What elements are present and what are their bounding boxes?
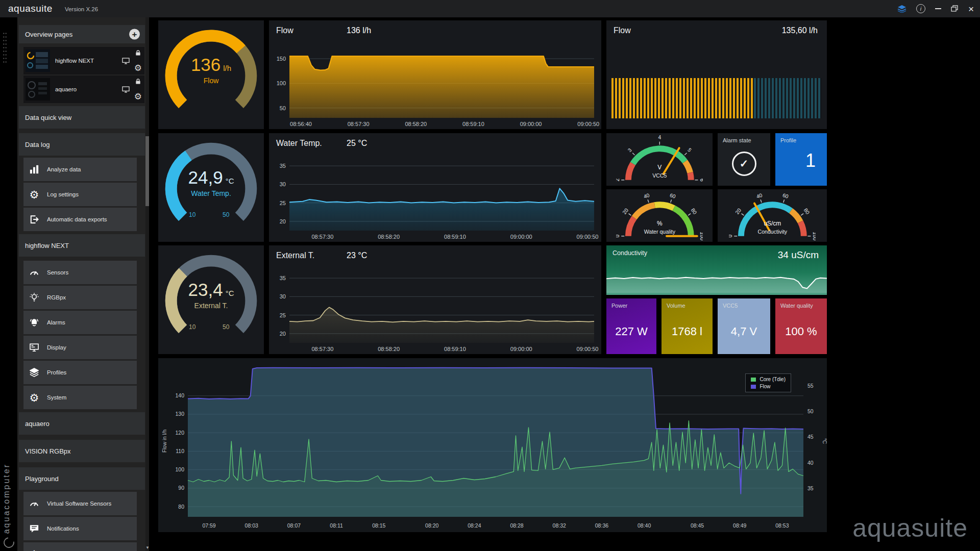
page-aquaero[interactable]: aquaero⚙ [23,76,144,103]
scrollbar-down-arrow[interactable]: ▼ [145,545,149,550]
vcc5-dial-tile: 23456VVCC5 [606,133,713,186]
profiles[interactable]: Profiles [23,361,137,384]
svg-text:08:58:20: 08:58:20 [378,234,400,240]
svg-text:2: 2 [616,179,620,182]
svg-text:35: 35 [280,163,286,169]
overview-pages[interactable]: Overview pages+ [19,25,145,43]
vcc5-tile: VCC5 4,7 V [718,298,770,354]
item-label: Profiles [47,369,66,375]
layers-icon[interactable] [897,3,906,14]
water-temp-history-chart: 2025303508:57:3008:58:2008:59:1009:00:00… [269,154,601,242]
data-quick-view[interactable]: Data quick view [19,106,145,129]
svg-text:08:58:20: 08:58:20 [378,346,400,352]
vision-rgbpx[interactable]: VISION RGBpx [19,440,145,462]
section-label: Data log [25,141,50,148]
notifications[interactable]: Notifications [23,517,137,540]
svg-text:120: 120 [175,430,184,436]
external-temp-history-tile: External T. 23 °C 2025303508:57:3008:58:… [269,245,601,354]
aquasuite-watermark: aquasuite [852,513,968,543]
analyze-data[interactable]: Analyze data [23,158,137,181]
sidebar: Overview pages+highflow NEXT⚙aquaero⚙Dat… [17,17,149,551]
water-quality-dial: 020406080100%Water quality [608,191,710,241]
power-value: 227 W [606,325,656,338]
profile-number: 1 [805,150,816,171]
profile-tile[interactable]: Profile 1 [775,133,827,186]
conductivity-value: 34 uS/cm [778,249,819,261]
svg-text:Flow in l/h: Flow in l/h [162,430,167,453]
svg-text:07:59: 07:59 [202,522,215,529]
svg-text:80: 80 [802,207,811,215]
aquacomputer-logo-icon [2,535,16,550]
conductivity-title: Conductivity [612,249,647,257]
info-icon[interactable]: i [916,4,925,13]
page-thumbnail [26,49,50,72]
water-chart-value: 25 °C [347,139,367,148]
close-button[interactable]: × [968,3,974,14]
lock-icon[interactable] [135,78,141,87]
system[interactable]: ⚙System [23,386,137,409]
svg-text:3: 3 [627,147,633,153]
water-temp-history-tile: Water Temp. 25 °C 2025303508:57:3008:58:… [269,133,601,242]
conductivity-tile: Conductivity 34 uS/cm [606,245,827,295]
sensor-icon [23,498,45,509]
monitor-icon[interactable] [121,57,130,65]
volume-tile: Volume 1768 l [662,298,713,354]
add-page-button[interactable]: + [129,29,140,40]
conductivity-dial-tile: 020406080100uS/cmConductivity [718,189,827,242]
svg-text:08:53: 08:53 [775,522,789,529]
svg-text:55: 55 [807,383,814,389]
item-label: System [47,394,66,400]
sensor-icon [23,267,45,278]
log-settings[interactable]: ⚙Log settings [23,183,137,206]
svg-text:6: 6 [699,179,703,182]
svg-text:08:15: 08:15 [372,522,385,529]
gear-icon[interactable]: ⚙ [134,92,142,101]
svg-text:uS/cm: uS/cm [764,220,781,227]
minimize-button[interactable] [935,3,941,14]
playground[interactable]: Playground [19,467,145,490]
svg-text:45: 45 [807,434,814,440]
lock-icon[interactable] [135,49,141,58]
highflow-next[interactable]: highflow NEXT [19,234,145,257]
rgbpx[interactable]: RGBpx [23,286,137,309]
gear-icon: ⚙ [23,189,45,200]
data-log[interactable]: Data log [19,133,145,156]
item-label: Virtual Software Sensors [47,500,111,507]
svg-text:30: 30 [280,181,286,187]
sidebar-scrollbar[interactable]: ▼ [145,17,149,551]
item-label: Sensors [47,269,68,276]
svg-text:5: 5 [687,147,693,153]
svg-text:°C: °C [822,438,827,444]
gear-icon[interactable]: ⚙ [134,64,142,72]
sensors[interactable]: Sensors [23,261,137,284]
page-highflow-next[interactable]: highflow NEXT⚙ [23,47,144,74]
svg-text:08:36: 08:36 [595,522,608,529]
svg-text:09:00:50: 09:00:50 [577,234,599,240]
svg-text:100: 100 [812,232,816,240]
svg-text:Conductivity: Conductivity [757,229,787,235]
item-label: Automatic data exports [47,216,107,222]
titlebar: aquasuite Version X.26 i × [0,0,980,17]
svg-text:08:57:30: 08:57:30 [311,346,333,352]
water-quality-dial-tile: 020406080100%Water quality [606,189,713,242]
gauge-max-label: 50 [223,323,229,331]
display[interactable]: Display [23,336,137,359]
vcc5-value: 4,7 V [718,325,770,338]
flow-history-chart: 5010015008:56:4008:57:3008:58:2008:59:10… [269,41,601,129]
alarm-ok-icon: ✓ [732,152,756,176]
svg-text:08:03: 08:03 [245,522,258,529]
legend-chip [751,378,756,382]
aquaero[interactable]: aquaero [19,412,145,435]
svg-text:08:32: 08:32 [553,522,566,529]
drag-handle-dots [3,32,7,64]
monitor-icon[interactable] [121,85,130,93]
alarms[interactable]: Alarms [23,311,137,334]
virtual-software-sensors[interactable]: Virtual Software Sensors [23,492,137,515]
automatic-data-exports[interactable]: Automatic data exports [23,208,137,231]
svg-text:140: 140 [175,392,184,398]
brand-vertical-text: aquacomputer [2,463,11,534]
power-label: Power [611,303,627,309]
maximize-button[interactable] [951,3,959,14]
scrollbar-thumb[interactable] [145,136,149,206]
section-label: Playground [25,475,59,483]
